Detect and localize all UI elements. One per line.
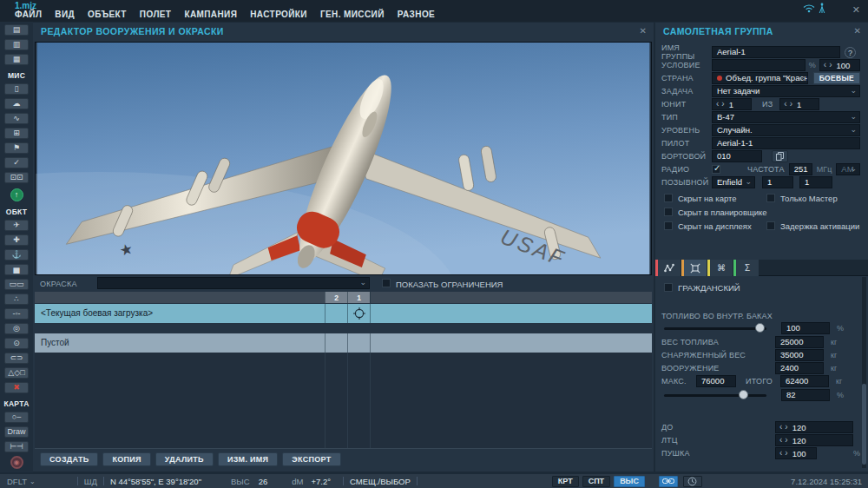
add-airplane-button[interactable]: ✈ (4, 220, 29, 231)
menu-misc[interactable]: РАЗНОЕ (398, 10, 435, 19)
menu-file[interactable]: ФАЙЛ (15, 10, 42, 19)
modulation-dropdown[interactable]: АМ ⌄ (836, 163, 860, 175)
show-limits-checkbox[interactable] (382, 279, 391, 287)
weapons-weight-field[interactable]: 2400 (775, 362, 824, 374)
zones-shapes-button[interactable]: △◇□ (4, 367, 29, 379)
map-mode-button[interactable]: КРТ (552, 476, 579, 487)
save-mission-button[interactable]: ▦ (4, 54, 29, 65)
condition-probability-spinner[interactable]: ‹ › 100 (819, 59, 860, 71)
flares-spinner[interactable]: ‹ › 120 (775, 434, 853, 446)
coord-system-label[interactable]: ШД (84, 477, 97, 486)
add-static-object-button[interactable]: -◦- (4, 308, 29, 320)
create-button[interactable]: СОЗДАТЬ (40, 452, 98, 466)
add-infantry-button[interactable]: ∴ (4, 293, 29, 305)
aircraft-type-dropdown[interactable]: B-47 ⌄ (712, 111, 860, 123)
add-train-button[interactable]: ▭▭ (4, 279, 29, 290)
condition-field[interactable] (712, 59, 806, 71)
hidden-on-mfd-checkbox[interactable] (664, 221, 673, 230)
increment-icon[interactable]: › (785, 423, 787, 432)
civilian-checkbox[interactable] (664, 283, 673, 292)
fuel-weight-field[interactable]: 25000 (775, 336, 824, 348)
menu-object[interactable]: ОБЪЕКТ (88, 10, 127, 19)
weight-slider-knob[interactable] (739, 390, 748, 399)
map-key-button[interactable]: ○‒ (4, 412, 29, 423)
payload-editor-close-icon[interactable]: ✕ (640, 26, 647, 36)
increment-icon[interactable]: › (785, 449, 787, 458)
combat-coalitions-button[interactable]: БОЕВЫЕ (813, 72, 860, 84)
menu-campaign[interactable]: КАМПАНИЯ (184, 10, 237, 19)
heliport-button[interactable]: ⊙ (4, 338, 29, 349)
gun-spinner[interactable]: ‹ › 100 (775, 447, 817, 459)
fuel-percent-field[interactable]: 100 (781, 322, 830, 334)
add-helicopter-button[interactable]: ✚ (4, 234, 29, 246)
tail-number-field[interactable]: 010 (712, 150, 762, 162)
group-name-field[interactable]: Aerial-1 (712, 46, 840, 58)
weight-slider[interactable] (664, 389, 766, 401)
unit-count-spinner[interactable]: ‹ › 1 (779, 98, 819, 110)
increment-icon[interactable]: › (790, 100, 792, 109)
decrement-icon[interactable]: ‹ (784, 100, 786, 109)
window-close-icon[interactable]: ✕ (852, 4, 860, 16)
tail-number-copy-button[interactable] (772, 150, 788, 162)
menu-mission-generator[interactable]: ГЕН. МИССИЙ (320, 10, 385, 19)
briefing-button[interactable]: ▯ (4, 83, 29, 95)
delete-object-button[interactable]: ✖ (4, 382, 29, 393)
ruler-button[interactable]: ⊢⊣ (4, 441, 29, 452)
delete-button[interactable]: УДАЛИТЬ (155, 452, 214, 466)
menu-view[interactable]: ВИД (55, 10, 75, 19)
scrollbar-thumb[interactable] (862, 384, 866, 464)
airfield-button[interactable]: ◎ (4, 323, 29, 334)
callsign-number2-field[interactable]: 1 (799, 176, 832, 188)
chaff-spinner[interactable]: ‹ › 120 (775, 421, 853, 433)
total-weight-field[interactable]: 62400 (780, 375, 829, 387)
increment-icon[interactable]: › (829, 61, 832, 69)
link-toggle-button[interactable] (659, 476, 678, 487)
copy-button[interactable]: КОПИЯ (102, 452, 150, 466)
late-activation-checkbox[interactable] (766, 221, 775, 230)
draw-button[interactable]: Draw (4, 426, 29, 438)
paint-scheme-dropdown[interactable]: ⌄ (97, 277, 370, 289)
add-vehicle-button[interactable]: ▅ (4, 264, 29, 275)
unit-number-spinner[interactable]: ‹ › 1 (712, 98, 752, 110)
radio-checkbox[interactable]: ✓ (712, 165, 720, 174)
hidden-in-planner-checkbox[interactable] (664, 208, 673, 216)
loadout-row-empty[interactable]: Пустой (35, 333, 652, 353)
goals-button[interactable]: ⚑ (4, 142, 29, 154)
help-icon[interactable]: ? (845, 47, 856, 58)
satellite-mode-button[interactable]: СПТ (582, 476, 610, 487)
offset-select-label[interactable]: СМЕЩ./ВЫБОР (350, 477, 411, 486)
layer-dropdown[interactable]: DFLT (7, 477, 27, 486)
new-mission-button[interactable]: ▤ (4, 24, 29, 36)
country-dropdown[interactable]: Объед. группа "Красные" ⌄ (712, 72, 808, 84)
decrement-icon[interactable]: ‹ (824, 61, 826, 69)
tab-triggered-actions[interactable]: ⌘ (707, 260, 733, 276)
task-dropdown[interactable]: Нет задачи ⌄ (712, 85, 860, 97)
menu-flight[interactable]: ПОЛЕТ (140, 10, 172, 19)
fuel-slider[interactable] (664, 322, 766, 334)
skill-dropdown[interactable]: Случайн. ⌄ (712, 124, 860, 136)
upload-button[interactable]: ↑ (10, 188, 23, 201)
decrement-icon[interactable]: ‹ (716, 100, 719, 109)
sling-load-button[interactable]: ∿ (4, 113, 29, 124)
decrement-icon[interactable]: ‹ (779, 423, 782, 432)
master-only-checkbox[interactable] (766, 194, 775, 202)
tab-summary[interactable]: Σ (733, 260, 759, 276)
frequency-field[interactable]: 251 (789, 163, 812, 175)
max-weight-field[interactable]: 76000 (696, 375, 736, 387)
add-ship-button[interactable]: ⚓ (4, 249, 29, 260)
weather-button[interactable]: ☁ (4, 98, 29, 109)
hidden-on-map-checkbox[interactable] (664, 194, 673, 202)
increment-icon[interactable]: › (721, 100, 724, 109)
bullseye-button[interactable]: ⊞ (4, 128, 29, 139)
fuel-slider-knob[interactable] (755, 323, 765, 333)
group-panel-close-icon[interactable]: ✕ (854, 26, 861, 36)
aircraft-3d-viewport[interactable]: USAF ★ (35, 42, 652, 275)
empty-weight-field[interactable]: 35000 (775, 349, 824, 361)
altitude-mode-button[interactable]: ВЫС (614, 476, 645, 487)
mission-check-button[interactable]: ✓ (4, 157, 29, 168)
time-settings-button[interactable] (683, 476, 702, 487)
callsign-dropdown[interactable]: Enfield ⌄ (712, 176, 755, 188)
tab-route[interactable] (655, 260, 681, 276)
increment-icon[interactable]: › (785, 436, 787, 445)
open-mission-button[interactable]: ▥ (4, 39, 29, 50)
